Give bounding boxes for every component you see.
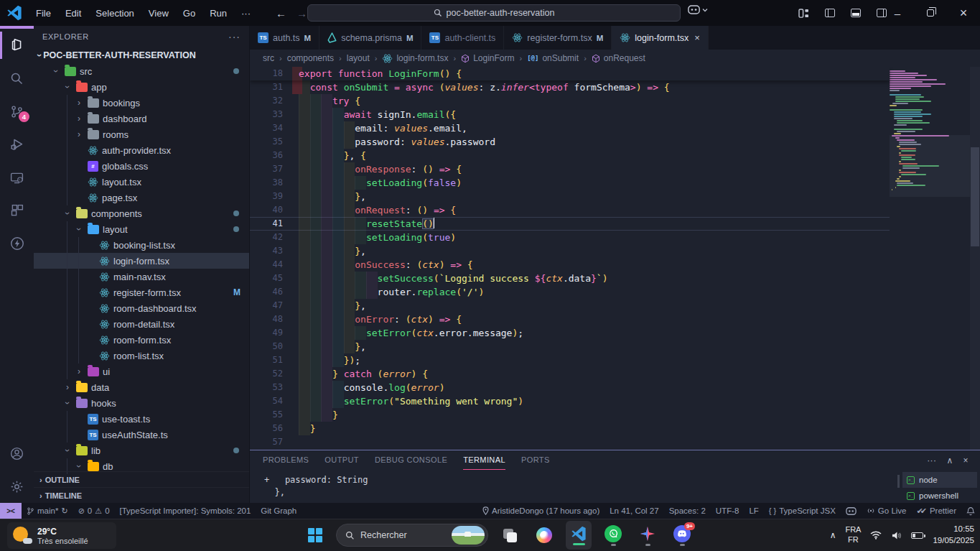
tree-item-main-nav-tsx[interactable]: main-nav.tsx xyxy=(34,269,249,284)
code-editor[interactable]: 18export function LoginForm() {31 const … xyxy=(250,67,980,450)
code-line-40[interactable]: 40 onRequest: () => { xyxy=(250,203,890,217)
scrollbar-thumb[interactable] xyxy=(971,147,979,246)
tree-item-login-form-tsx[interactable]: login-form.tsx xyxy=(34,253,249,269)
menu-item-edit[interactable]: Edit xyxy=(59,5,88,22)
menu-item-view[interactable]: View xyxy=(142,5,175,22)
activity-item-remote-explorer[interactable] xyxy=(0,161,34,194)
tree-item-hooks[interactable]: ›hooks xyxy=(34,395,249,411)
code-line-38[interactable]: 38 setLoading(false) xyxy=(250,176,890,190)
toggle-panel-icon[interactable] xyxy=(851,9,861,17)
close-tab-icon[interactable]: × xyxy=(694,32,700,43)
breadcrumb-item-loginform[interactable]: LoginForm xyxy=(461,53,514,63)
history-forward-button[interactable]: → xyxy=(297,7,307,19)
ts-importer-status[interactable]: [TypeScript Importer]: Symbols: 201 xyxy=(115,503,256,519)
tree-item-ui[interactable]: ›ui xyxy=(34,364,249,379)
code-line-39[interactable]: 39 }, xyxy=(250,190,890,203)
panel-maximize-button[interactable]: ∧ xyxy=(946,455,953,466)
activity-item-source-control[interactable]: 4 xyxy=(0,95,34,128)
code-line-33[interactable]: 33 await signIn.email({ xyxy=(250,108,890,121)
sidebar-section-timeline[interactable]: ›TIMELINE xyxy=(34,487,249,503)
menu-item-run[interactable]: Run xyxy=(203,5,233,22)
code-line-55[interactable]: 55 } xyxy=(250,408,890,422)
copilot-menu-button[interactable] xyxy=(688,5,708,14)
copilot-status-button[interactable] xyxy=(841,503,862,519)
git-graph-button[interactable]: Git Graph xyxy=(256,503,302,519)
code-line-57[interactable]: 57 xyxy=(250,435,890,449)
branch-button[interactable]: main* ↻ xyxy=(22,503,73,519)
tree-item-rooms[interactable]: ›rooms xyxy=(34,126,249,142)
panel-more-actions-button[interactable]: ··· xyxy=(927,455,936,466)
code-line-46[interactable]: 46 router.replace('/') xyxy=(250,285,890,299)
code-line-34[interactable]: 34 email: values.email, xyxy=(250,121,890,135)
activity-item-search[interactable] xyxy=(0,62,34,95)
indentation-button[interactable]: Spaces: 2 xyxy=(664,503,711,519)
breadcrumb-item-login-form-tsx[interactable]: login-form.tsx xyxy=(382,53,448,64)
code-line-41[interactable]: 41 resetState() xyxy=(250,217,890,231)
panel-tab-debug-console[interactable]: DEBUG CONSOLE xyxy=(375,450,447,470)
eol-button[interactable]: LF xyxy=(744,503,763,519)
window-close-button[interactable]: × xyxy=(947,0,980,26)
activity-item-settings[interactable] xyxy=(0,470,34,503)
taskbar-app-button[interactable] xyxy=(635,521,661,550)
tree-item-components[interactable]: ›components xyxy=(34,205,249,221)
tree-item-globals-css[interactable]: #globals.css xyxy=(34,158,249,174)
prettier-button[interactable]: ✔✔ Prettier xyxy=(911,503,961,519)
tree-item-bookings[interactable]: ›bookings xyxy=(34,95,249,111)
menu-item-selection[interactable]: Selection xyxy=(89,5,140,22)
tree-item-room-form-tsx[interactable]: room-form.tsx xyxy=(34,332,249,348)
git-blame-status[interactable]: AristideDongo (17 hours ago) xyxy=(477,503,605,519)
tree-item-useauthstate-ts[interactable]: TSuseAuthState.ts xyxy=(34,427,249,443)
history-back-button[interactable]: ← xyxy=(276,7,286,19)
code-line-49[interactable]: 49 setError(ctx.error.message); xyxy=(250,326,890,340)
activity-item-accounts[interactable] xyxy=(0,437,34,470)
code-line-35[interactable]: 35 password: values.password xyxy=(250,135,890,149)
tree-item-src[interactable]: ›src xyxy=(34,63,249,79)
breadcrumb-item-onsubmit[interactable]: [@]onSubmit xyxy=(527,53,579,63)
tree-item-booking-list-tsx[interactable]: booking-list.tsx xyxy=(34,237,249,253)
code-line-42[interactable]: 42 setLoading(true) xyxy=(250,231,890,244)
menu-item-[interactable]: ··· xyxy=(235,5,257,22)
encoding-button[interactable]: UTF-8 xyxy=(711,503,745,519)
tree-item-lib[interactable]: ›lib xyxy=(34,443,249,458)
activity-item-files[interactable] xyxy=(0,29,34,62)
tree-item-data[interactable]: ›data xyxy=(34,379,249,395)
explorer-more-actions-button[interactable]: ··· xyxy=(228,31,241,42)
code-line-47[interactable]: 47 }, xyxy=(250,299,890,312)
terminal-instance-powershell[interactable]: >_powershell xyxy=(902,488,977,504)
panel-close-button[interactable]: × xyxy=(963,455,969,466)
code-line-52[interactable]: 52 } catch (error) { xyxy=(250,367,890,381)
sticky-scroll-line[interactable]: 18export function LoginForm() { xyxy=(250,67,890,80)
language-mode-button[interactable]: { } TypeScript JSX xyxy=(764,503,841,519)
sidebar-section-outline[interactable]: ›OUTLINE xyxy=(34,471,249,487)
tree-item-use-toast-ts[interactable]: TSuse-toast.ts xyxy=(34,411,249,427)
code-line-53[interactable]: 53 console.log(error) xyxy=(250,381,890,394)
tree-item-layout-tsx[interactable]: layout.tsx xyxy=(34,174,249,190)
wifi-icon[interactable] xyxy=(870,531,882,540)
taskbar-copilot-button[interactable] xyxy=(531,521,557,550)
editor-tab-auth-ts[interactable]: TSauth.tsM xyxy=(250,26,319,50)
code-line-43[interactable]: 43 }, xyxy=(250,244,890,258)
code-line-54[interactable]: 54 setError("Something went wrong") xyxy=(250,394,890,408)
tree-root-folder[interactable]: › POC-BETTER-AUTH-RESERVATION xyxy=(34,47,249,63)
taskbar-vscode-button[interactable] xyxy=(566,521,592,550)
battery-icon[interactable] xyxy=(911,532,923,539)
toggle-primary-sidebar-icon[interactable] xyxy=(825,9,835,17)
menu-item-file[interactable]: File xyxy=(29,5,57,22)
tree-item-app[interactable]: ›app xyxy=(34,79,249,95)
clock-widget[interactable]: 10:55 19/05/2025 xyxy=(933,524,974,546)
breadcrumb-item-src[interactable]: src xyxy=(263,53,274,63)
taskbar-whatsapp-button[interactable] xyxy=(600,521,626,550)
code-line-45[interactable]: 45 setSuccess(`Loggind success ${ctx.dat… xyxy=(250,272,890,285)
code-line-36[interactable]: 36 }, { xyxy=(250,149,890,162)
problems-button[interactable]: ⊘ 0 ⚠ 0 xyxy=(73,503,115,519)
taskbar-search[interactable]: Rechercher xyxy=(336,524,488,547)
tree-item-room-detail-tsx[interactable]: room-detail.tsx xyxy=(34,316,249,332)
minimap[interactable] xyxy=(890,67,970,450)
taskbar-discord-button[interactable]: 9+ xyxy=(669,521,695,550)
editor-scrollbar[interactable] xyxy=(970,67,980,450)
volume-icon[interactable] xyxy=(891,531,902,540)
code-line-56[interactable]: 56 } xyxy=(250,422,890,435)
activity-item-thunder-client[interactable] xyxy=(0,227,34,260)
code-line-37[interactable]: 37 onResponse: () => { xyxy=(250,162,890,176)
weather-widget[interactable]: 29°C Très ensoleillé xyxy=(7,522,116,549)
